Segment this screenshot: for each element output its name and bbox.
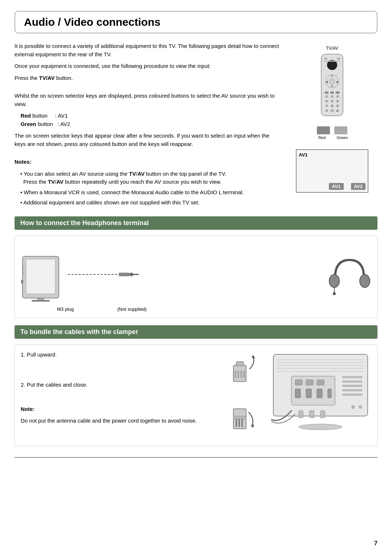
tvav-remote-label: TV/AV bbox=[326, 46, 338, 51]
svg-rect-32 bbox=[23, 272, 24, 274]
red-button-label: Red bbox=[315, 135, 328, 140]
svg-rect-2 bbox=[324, 58, 327, 60]
notes-list: You can also select an AV source using t… bbox=[15, 170, 279, 207]
svg-rect-30 bbox=[21, 280, 23, 284]
svg-rect-75 bbox=[320, 411, 325, 418]
svg-rect-63 bbox=[317, 380, 324, 385]
tv-screen-illustration: AV1 AV1 AV2 bbox=[296, 149, 368, 193]
green-button-label: Green bbox=[336, 135, 349, 140]
title-box: Audio / Video connections bbox=[15, 11, 377, 33]
button-labels: Red button : AV1 Green button : AV2 bbox=[15, 112, 279, 128]
headphones-section: M3 plug (Not supplied) bbox=[15, 236, 377, 318]
headphones-diagram bbox=[21, 245, 371, 304]
remote-svg: ▲ ▼ ◀ ▶ ① ② ③ ④ ⑤ ⑥ ⑦ ⑧ ⑨ ⑤ ⓪ ⊕ bbox=[314, 52, 350, 125]
svg-rect-52 bbox=[233, 416, 246, 419]
svg-point-78 bbox=[299, 424, 342, 430]
cable-section: 1. Pull upward. 2. Put the cables and cl… bbox=[15, 345, 377, 446]
svg-text:④: ④ bbox=[325, 99, 328, 103]
press-tvav: Press the TV/AV button. bbox=[15, 74, 279, 82]
m3-plug-label: M3 plug bbox=[57, 306, 74, 312]
note-item-3: Additional equipment and cables shown ar… bbox=[20, 199, 279, 207]
red-button bbox=[317, 126, 330, 134]
step2-text: 2. Put the cables and close. bbox=[21, 381, 219, 389]
svg-text:⊕: ⊕ bbox=[336, 109, 339, 113]
av1-btn-label: AV1 bbox=[329, 183, 343, 190]
svg-point-38 bbox=[360, 274, 370, 288]
svg-rect-44 bbox=[240, 371, 242, 378]
svg-rect-4 bbox=[324, 61, 340, 62]
svg-point-77 bbox=[359, 406, 362, 408]
note-item-2: When a Monaural VCR is used, connect the… bbox=[20, 188, 279, 197]
svg-text:▼: ▼ bbox=[331, 85, 334, 88]
note-bold: Note: bbox=[21, 406, 34, 412]
clamper-icons bbox=[226, 351, 259, 438]
svg-rect-45 bbox=[243, 371, 245, 378]
svg-text:▲: ▲ bbox=[331, 74, 334, 77]
svg-text:⑤: ⑤ bbox=[331, 99, 334, 103]
tv-screen-box: AV1 AV1 AV2 bbox=[296, 149, 368, 193]
svg-rect-43 bbox=[237, 371, 239, 378]
svg-rect-69 bbox=[342, 380, 362, 383]
clamper-close-icon bbox=[226, 398, 259, 438]
svg-point-40 bbox=[333, 292, 336, 295]
svg-text:⑤: ⑤ bbox=[325, 109, 328, 113]
svg-point-6 bbox=[329, 78, 335, 84]
svg-text:②: ② bbox=[331, 95, 334, 98]
svg-text:⑥: ⑥ bbox=[336, 99, 339, 103]
headphones-section-header: How to connect the Headphones terminal bbox=[15, 216, 377, 230]
svg-rect-3 bbox=[337, 58, 340, 60]
svg-rect-31 bbox=[23, 267, 24, 270]
intro-para1: It is possible to connect a variety of a… bbox=[15, 42, 279, 58]
selector-note: The on screen selector keys that appear … bbox=[15, 132, 279, 148]
svg-rect-68 bbox=[342, 376, 362, 378]
tv-back-icon bbox=[270, 351, 371, 431]
svg-rect-70 bbox=[342, 385, 362, 387]
cable-section-header: To bundle the cables with the clamper bbox=[15, 325, 377, 339]
svg-rect-46 bbox=[236, 362, 244, 366]
notes-label: Notes: bbox=[15, 158, 279, 166]
svg-rect-13 bbox=[336, 91, 339, 94]
svg-rect-42 bbox=[234, 371, 236, 378]
svg-rect-74 bbox=[310, 411, 314, 418]
svg-rect-73 bbox=[299, 411, 303, 418]
svg-rect-67 bbox=[328, 389, 331, 398]
svg-text:⑦: ⑦ bbox=[325, 104, 328, 108]
diagram-right: TV/AV ▲ ▼ ◀ ▶ bbox=[287, 42, 377, 209]
svg-rect-72 bbox=[342, 394, 362, 396]
note-item-1: You can also select an AV source using t… bbox=[20, 170, 279, 186]
svg-rect-11 bbox=[325, 91, 328, 94]
svg-text:①: ① bbox=[325, 95, 328, 98]
svg-rect-34 bbox=[119, 273, 130, 276]
cable-diagrams bbox=[226, 351, 371, 438]
cable-diagram bbox=[68, 269, 320, 280]
svg-rect-12 bbox=[330, 91, 334, 94]
cable-line-svg bbox=[68, 269, 140, 280]
intro-section: It is possible to connect a variety of a… bbox=[15, 42, 377, 209]
svg-text:⑧: ⑧ bbox=[331, 104, 334, 108]
page-title: Audio / Video connections bbox=[24, 16, 368, 28]
intro-para2: Once your equipment is connected, use th… bbox=[15, 62, 279, 70]
red-label: Red bbox=[21, 113, 31, 119]
svg-rect-62 bbox=[306, 380, 313, 385]
bottom-line bbox=[15, 457, 377, 458]
selector-text: Whilst the on screen selector keys are d… bbox=[15, 92, 279, 108]
svg-rect-71 bbox=[342, 389, 362, 391]
tv-screen-bottom: AV1 AV2 bbox=[299, 183, 366, 190]
svg-point-76 bbox=[352, 406, 355, 408]
diagram-labels: M3 plug (Not supplied) bbox=[21, 306, 371, 312]
green-button bbox=[334, 126, 347, 134]
svg-rect-27 bbox=[32, 300, 50, 302]
note-label: Note: bbox=[21, 405, 219, 414]
colored-buttons-row bbox=[317, 126, 347, 134]
remote-illustration: TV/AV ▲ ▼ ◀ ▶ bbox=[314, 46, 350, 140]
svg-text:▶: ▶ bbox=[336, 80, 339, 83]
not-supplied-label: (Not supplied) bbox=[95, 306, 147, 312]
tvav-bold: TV/AV bbox=[39, 75, 55, 81]
svg-rect-29 bbox=[26, 259, 55, 294]
green-label: Green bbox=[21, 121, 36, 127]
note-text: Do not put the antenna cable and the pow… bbox=[21, 417, 219, 425]
svg-rect-66 bbox=[317, 389, 322, 398]
tv-av1-label: AV1 bbox=[299, 152, 366, 158]
step1-text: 1. Pull upward. bbox=[21, 351, 219, 359]
svg-text:⓪: ⓪ bbox=[331, 109, 334, 113]
